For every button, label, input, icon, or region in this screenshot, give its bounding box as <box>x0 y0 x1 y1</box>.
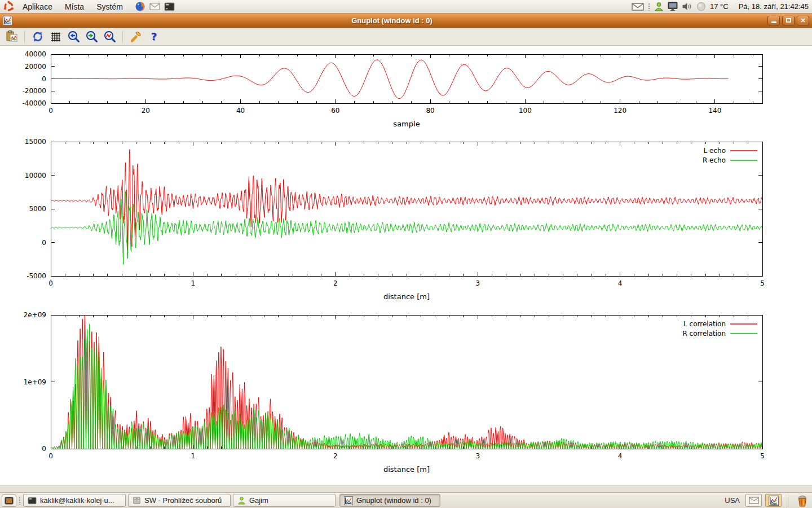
mail-icon[interactable] <box>149 2 160 11</box>
weather-temp[interactable]: 17 °C <box>710 2 729 11</box>
x-axis-label: distance [m] <box>383 292 430 301</box>
zoom-icon[interactable] <box>102 29 117 44</box>
series-signal <box>51 60 728 99</box>
x-tick-label: 60 <box>331 107 339 115</box>
ubuntu-menu-icon[interactable] <box>3 1 14 12</box>
plots-svg[interactable]: 020406080100120140-40000-200000200004000… <box>0 46 812 485</box>
y-tick-label: 2e+09 <box>24 311 46 319</box>
x-tick-label: 40 <box>236 107 245 115</box>
clock[interactable]: Pá, 18. září, 21:42:45 <box>739 2 809 11</box>
window-icon <box>3 16 12 25</box>
volume-icon[interactable] <box>682 2 692 11</box>
y-tick-label: 0 <box>42 445 46 453</box>
x-tick-label: 5 <box>760 279 765 287</box>
x-tick-label: 140 <box>708 107 721 115</box>
menu-applications[interactable]: Aplikace <box>16 1 59 12</box>
minimize-icon[interactable] <box>767 16 780 25</box>
plot-2: 012345-5000050001000015000distance [m]L … <box>25 138 765 301</box>
legend-label: L correlation <box>683 320 726 328</box>
zoom-next-icon[interactable] <box>84 29 99 44</box>
series-R-correlation <box>51 324 762 449</box>
display-tray-icon[interactable] <box>668 2 678 11</box>
legend-label: R correlation <box>682 330 726 338</box>
x-tick-label: 100 <box>519 107 532 115</box>
toolbar-separator <box>122 30 123 43</box>
x-tick-label: 5 <box>760 452 765 460</box>
taskbar-grip-handle[interactable] <box>19 497 21 505</box>
x-tick-label: 120 <box>614 107 626 115</box>
legend-label: R echo <box>703 156 726 164</box>
toolbar-separator <box>24 30 25 43</box>
plot-3: 01234501e+092e+09distance [m]L correlati… <box>24 311 765 474</box>
gnuplot-window-titlebar[interactable]: Gnuplot (window id : 0) ✕ <box>0 14 812 28</box>
x-tick-label: 1 <box>191 452 196 460</box>
firefox-icon[interactable] <box>135 1 145 12</box>
show-desktop-button[interactable] <box>2 494 16 507</box>
x-tick-label: 20 <box>142 107 150 115</box>
gnuplot-canvas[interactable]: 020406080100120140-40000-200000200004000… <box>0 46 812 485</box>
gnuplot-chart-icon[interactable] <box>765 494 782 507</box>
x-tick-label: 80 <box>426 107 434 115</box>
y-tick-label: 40000 <box>25 50 46 58</box>
series-L-correlation <box>51 315 762 449</box>
y-tick-label: 20000 <box>25 63 46 71</box>
replot-icon[interactable] <box>30 29 45 44</box>
x-tick-label: 1 <box>191 279 196 287</box>
x-tick-label: 3 <box>475 279 480 287</box>
keyboard-layout-indicator[interactable]: USA <box>722 496 742 505</box>
y-tick-label: 1e+09 <box>24 378 46 386</box>
panel-menus: Aplikace Místa Systém <box>16 1 129 12</box>
gnuplot-toolbar: ? ? <box>0 28 812 46</box>
legend-label: L echo <box>704 147 726 155</box>
y-tick-label: -40000 <box>22 99 46 107</box>
taskbar-item-terminal[interactable]: kaklik@kaklik-kolej-u... <box>23 494 126 507</box>
mail-tray-icon[interactable] <box>632 2 644 11</box>
menu-system[interactable]: Systém <box>90 1 129 12</box>
settings-icon[interactable] <box>128 29 143 44</box>
gajim-tray-icon[interactable] <box>654 2 664 11</box>
y-tick-label: 0 <box>42 239 46 247</box>
taskbar-divider <box>788 494 788 507</box>
trash-icon[interactable] <box>795 493 810 508</box>
terminal-icon <box>28 497 37 505</box>
zoom-previous-icon[interactable] <box>66 29 81 44</box>
y-tick-label: 0 <box>42 75 46 83</box>
terminal-icon[interactable] <box>164 2 175 11</box>
grid-icon[interactable] <box>48 29 63 44</box>
x-tick-label: 4 <box>618 279 623 287</box>
x-axis-label: distance [m] <box>383 465 430 474</box>
y-tick-label: 10000 <box>25 172 46 179</box>
bottom-taskbar: kaklik@kaklik-kolej-u... SW - Prohlížeč … <box>0 492 812 508</box>
close-icon[interactable]: ✕ <box>797 16 809 25</box>
y-tick-label: -20000 <box>22 87 46 95</box>
maximize-icon[interactable] <box>782 16 795 25</box>
y-tick-label: 5000 <box>29 205 46 213</box>
y-tick-label: 15000 <box>25 138 46 146</box>
tray-grip-handle[interactable] <box>648 3 650 11</box>
panel-tray: 17 °C Pá, 18. září, 21:42:45 <box>632 2 809 11</box>
gajim-icon <box>237 496 246 505</box>
x-tick-label: 0 <box>48 452 53 460</box>
help-icon[interactable]: ? ? <box>146 29 161 44</box>
window-bottom-edge <box>0 485 812 492</box>
svg-text:?: ? <box>151 30 156 42</box>
mail-notification-icon[interactable] <box>745 494 762 507</box>
taskbar-item-gnuplot[interactable]: Gnuplot (window id : 0) <box>339 494 440 507</box>
taskbar-item-file-browser[interactable]: SW - Prohlížeč souborů <box>128 494 231 507</box>
window-title: Gnuplot (window id : 0) <box>0 16 784 25</box>
menu-places[interactable]: Místa <box>59 1 90 12</box>
weather-icon[interactable] <box>696 2 706 11</box>
x-axis-label: sample <box>393 120 420 128</box>
top-panel: Aplikace Místa Systém <box>0 0 812 14</box>
x-tick-label: 4 <box>618 452 623 460</box>
x-tick-label: 3 <box>475 452 480 460</box>
x-tick-label: 0 <box>48 107 53 115</box>
plot-border <box>51 315 762 449</box>
x-tick-label: 2 <box>333 452 338 460</box>
copy-to-clipboard-icon[interactable] <box>4 29 19 44</box>
plot-1: 020406080100120140-40000-200000200004000… <box>22 50 762 128</box>
gnuplot-icon <box>344 496 353 505</box>
panel-launchers <box>135 1 175 12</box>
y-tick-label: -5000 <box>27 272 46 280</box>
taskbar-item-gajim[interactable]: Gajim <box>233 494 336 507</box>
